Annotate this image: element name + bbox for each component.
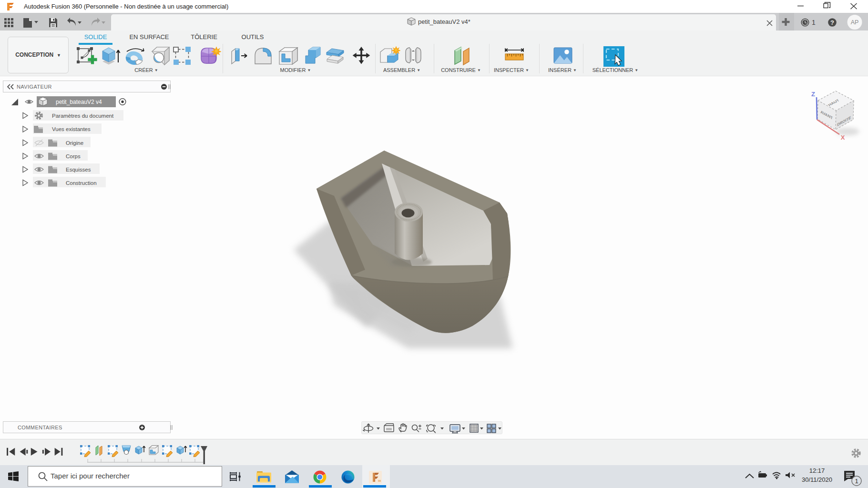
svg-text:Origine: Origine — [66, 140, 83, 146]
svg-text:Z: Z — [811, 91, 815, 98]
svg-text:Construction: Construction — [66, 180, 97, 186]
svg-text:?: ? — [830, 19, 834, 26]
svg-text:Vues existantes: Vues existantes — [52, 126, 91, 132]
svg-text:30/11/2020: 30/11/2020 — [802, 476, 832, 483]
svg-text:12:17: 12:17 — [809, 467, 825, 474]
svg-text:Paramètres du document: Paramètres du document — [52, 113, 114, 119]
svg-text:AP: AP — [851, 19, 859, 26]
svg-text:1: 1 — [855, 478, 858, 485]
svg-text:Corps: Corps — [66, 153, 81, 159]
svg-text:petit_bateauV2 v4: petit_bateauV2 v4 — [56, 99, 102, 105]
svg-text:X: X — [841, 134, 845, 141]
svg-text:1: 1 — [812, 19, 816, 26]
svg-text:petit_bateauV2 v4*: petit_bateauV2 v4* — [418, 18, 470, 25]
svg-text:Esquisses: Esquisses — [66, 167, 91, 173]
